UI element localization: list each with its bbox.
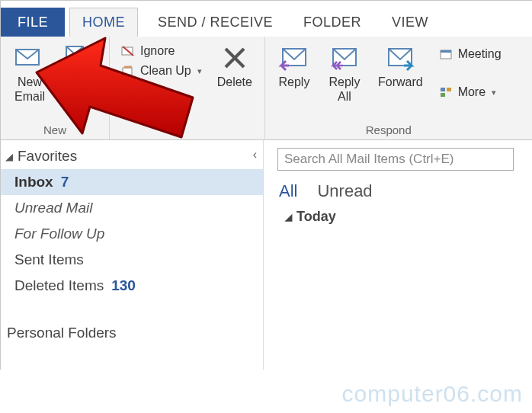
reply-button[interactable]: Reply xyxy=(273,40,316,89)
nav-sent-items[interactable]: Sent Items xyxy=(1,247,263,273)
mail-people-icon xyxy=(63,43,97,73)
reply-envelope-icon xyxy=(277,43,311,73)
reply-all-button[interactable]: Reply All xyxy=(323,40,366,104)
watermark: computer06.com xyxy=(342,381,523,407)
group-today[interactable]: ◢ Today xyxy=(285,209,532,225)
mail-icon xyxy=(13,43,46,73)
nav-for-follow-up[interactable]: For Follow Up xyxy=(1,221,263,247)
tab-folder[interactable]: FOLDER xyxy=(288,8,377,37)
junk-button[interactable]: nk ▾ xyxy=(117,82,205,99)
twisty-down-icon: ◢ xyxy=(5,151,13,162)
group-label-respond: Respond xyxy=(273,123,505,138)
junk-icon xyxy=(120,84,136,98)
svg-line-8 xyxy=(124,88,132,94)
tab-send-receive[interactable]: SEND / RECEIVE xyxy=(143,8,288,37)
nav-deleted-items[interactable]: Deleted Items 130 xyxy=(1,273,263,299)
search-input[interactable]: Search All Mail Items (Ctrl+E) xyxy=(277,148,514,171)
forward-envelope-icon xyxy=(383,43,417,73)
svg-rect-17 xyxy=(447,88,451,91)
ignore-icon xyxy=(120,44,136,58)
clean-up-button[interactable]: Clean Up ▾ xyxy=(117,62,205,79)
ribbon-group-respond: Reply Reply All Forward Meetin xyxy=(265,37,512,139)
tab-home[interactable]: HOME xyxy=(69,8,138,37)
collapse-nav-icon[interactable]: ‹ xyxy=(253,148,257,162)
group-label-new: New xyxy=(8,123,101,138)
tab-file[interactable]: FILE xyxy=(1,8,65,37)
ribbon-group-delete: Ignore Clean Up ▾ nk ▾ xyxy=(110,37,265,139)
folder-nav-pane: ‹ ◢ Favorites Inbox 7 Unread Mail For Fo… xyxy=(1,140,264,370)
svg-rect-16 xyxy=(441,88,445,91)
meeting-button[interactable]: Meeting xyxy=(435,46,505,62)
new-email-button[interactable]: New Email xyxy=(8,40,51,104)
new-items-button[interactable]: New Ite xyxy=(59,40,101,104)
ignore-button[interactable]: Ignore xyxy=(117,43,205,59)
more-icon xyxy=(438,85,453,99)
svg-rect-18 xyxy=(441,93,445,97)
nav-unread-mail[interactable]: Unread Mail xyxy=(1,195,263,221)
delete-x-icon xyxy=(218,43,252,73)
tab-view[interactable]: VIEW xyxy=(377,8,444,37)
dropdown-icon: ▾ xyxy=(492,88,496,98)
svg-rect-3 xyxy=(81,64,93,70)
message-list[interactable] xyxy=(277,225,532,370)
svg-rect-6 xyxy=(123,68,132,75)
ribbon: New Email New Ite New Ignore xyxy=(0,37,532,140)
broom-icon xyxy=(120,64,136,78)
svg-point-2 xyxy=(82,56,90,64)
twisty-down-icon: ◢ xyxy=(285,212,292,223)
ribbon-group-new: New Email New Ite New xyxy=(1,37,110,139)
calendar-icon xyxy=(438,47,453,61)
ribbon-tabs: FILE HOME SEND / RECEIVE FOLDER VIEW xyxy=(0,8,532,37)
reply-all-envelope-icon xyxy=(328,43,361,73)
delete-button[interactable]: Delete xyxy=(213,40,257,89)
more-respond-button[interactable]: More ▾ xyxy=(435,84,505,101)
filter-unread[interactable]: Unread xyxy=(317,181,372,201)
svg-rect-15 xyxy=(441,50,451,53)
filter-all[interactable]: All xyxy=(279,181,297,201)
message-list-pane: Search All Mail Items (Ctrl+E) All Unrea… xyxy=(264,140,532,370)
personal-folders-header[interactable]: Personal Folders xyxy=(1,322,263,346)
nav-inbox[interactable]: Inbox 7 xyxy=(1,169,263,195)
dropdown-icon: ▾ xyxy=(159,86,164,96)
favorites-header[interactable]: ◢ Favorites xyxy=(1,145,253,169)
forward-button[interactable]: Forward xyxy=(373,40,428,89)
dropdown-icon: ▾ xyxy=(197,66,202,76)
